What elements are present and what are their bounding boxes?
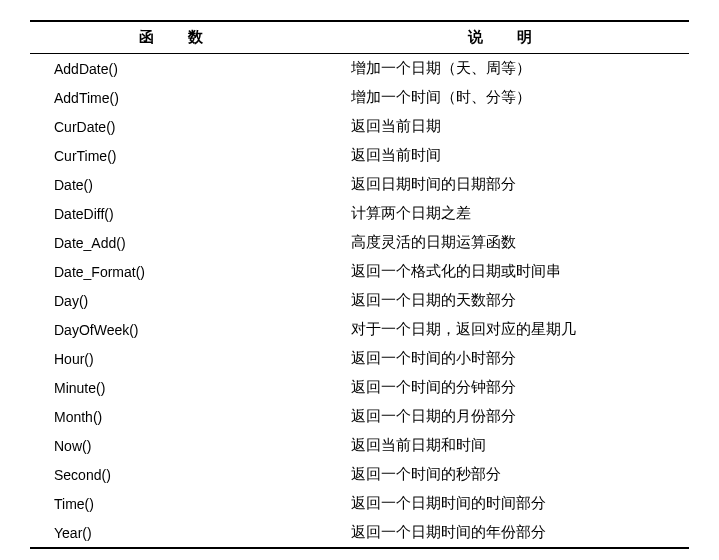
function-description: 返回一个时间的秒部分 [327,460,689,489]
table-row: AddDate()增加一个日期（天、周等） [30,54,689,84]
function-description: 返回一个时间的分钟部分 [327,373,689,402]
function-description: 高度灵活的日期运算函数 [327,228,689,257]
table-row: CurDate()返回当前日期 [30,112,689,141]
function-description: 返回当前日期和时间 [327,431,689,460]
function-name: Year() [30,518,327,548]
function-name: Day() [30,286,327,315]
function-description: 返回一个时间的小时部分 [327,344,689,373]
function-name: Date_Add() [30,228,327,257]
table-row: CurTime()返回当前时间 [30,141,689,170]
table-row: AddTime()增加一个时间（时、分等） [30,83,689,112]
header-function: 函 数 [30,21,327,54]
function-description: 返回一个日期时间的时间部分 [327,489,689,518]
function-name: AddTime() [30,83,327,112]
function-table: 函 数 说 明 AddDate()增加一个日期（天、周等）AddTime()增加… [30,20,689,549]
function-description: 增加一个时间（时、分等） [327,83,689,112]
function-name: Month() [30,402,327,431]
table-row: Month()返回一个日期的月份部分 [30,402,689,431]
table-row: Day()返回一个日期的天数部分 [30,286,689,315]
function-description: 计算两个日期之差 [327,199,689,228]
table-row: Date()返回日期时间的日期部分 [30,170,689,199]
function-description: 返回一个格式化的日期或时间串 [327,257,689,286]
header-description: 说 明 [327,21,689,54]
function-description: 返回一个日期的月份部分 [327,402,689,431]
function-name: Second() [30,460,327,489]
function-name: CurTime() [30,141,327,170]
function-name: Now() [30,431,327,460]
function-name: Time() [30,489,327,518]
function-name: AddDate() [30,54,327,84]
function-name: CurDate() [30,112,327,141]
table-row: Date_Add()高度灵活的日期运算函数 [30,228,689,257]
table-row: Second()返回一个时间的秒部分 [30,460,689,489]
table-row: Now()返回当前日期和时间 [30,431,689,460]
function-name: Date_Format() [30,257,327,286]
function-description: 返回日期时间的日期部分 [327,170,689,199]
function-name: Hour() [30,344,327,373]
function-name: DayOfWeek() [30,315,327,344]
table-row: Minute()返回一个时间的分钟部分 [30,373,689,402]
function-description: 返回一个日期的天数部分 [327,286,689,315]
table-row: Year()返回一个日期时间的年份部分 [30,518,689,548]
function-description: 返回一个日期时间的年份部分 [327,518,689,548]
table-row: DayOfWeek()对于一个日期，返回对应的星期几 [30,315,689,344]
table-row: Hour()返回一个时间的小时部分 [30,344,689,373]
table-header-row: 函 数 说 明 [30,21,689,54]
function-description: 返回当前日期 [327,112,689,141]
function-description: 对于一个日期，返回对应的星期几 [327,315,689,344]
function-description: 返回当前时间 [327,141,689,170]
table-body: AddDate()增加一个日期（天、周等）AddTime()增加一个时间（时、分… [30,54,689,549]
function-name: DateDiff() [30,199,327,228]
table-row: DateDiff()计算两个日期之差 [30,199,689,228]
function-description: 增加一个日期（天、周等） [327,54,689,84]
table-row: Time()返回一个日期时间的时间部分 [30,489,689,518]
function-name: Date() [30,170,327,199]
table-row: Date_Format()返回一个格式化的日期或时间串 [30,257,689,286]
function-name: Minute() [30,373,327,402]
